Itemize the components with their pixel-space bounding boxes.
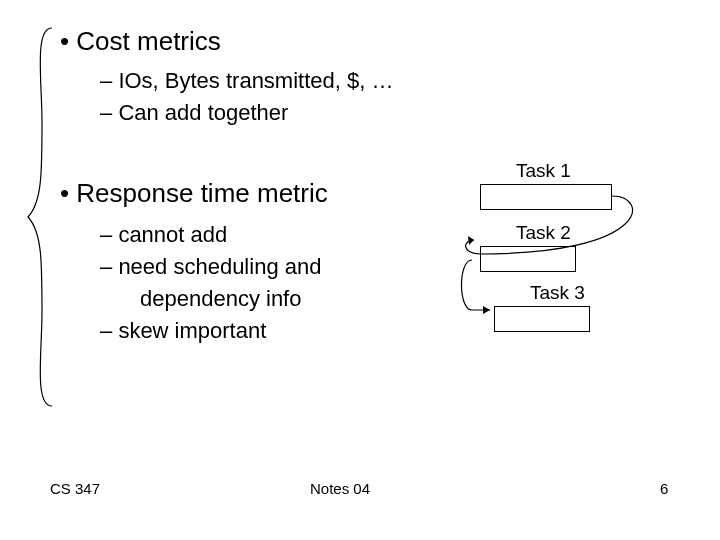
sub-resp-2: – need scheduling and (100, 254, 321, 280)
sub-resp-3: – skew important (100, 318, 266, 344)
bullet-cost-text: Cost metrics (76, 26, 220, 56)
brace-glyph (20, 22, 60, 412)
slide: • Cost metrics – IOs, Bytes transmitted,… (0, 0, 720, 540)
task1-label: Task 1 (516, 160, 571, 182)
bullet-resp: • Response time metric (60, 178, 328, 209)
sub-resp-2-text: need scheduling and (118, 254, 321, 279)
dash-glyph: – (100, 68, 112, 93)
sub-resp-1: – cannot add (100, 222, 227, 248)
bullet-glyph: • (60, 26, 69, 56)
footer-right: 6 (660, 480, 668, 497)
bullet-resp-text: Response time metric (76, 178, 327, 208)
sub-resp-2b-text: dependency info (140, 286, 301, 311)
sub-cost-1: – IOs, Bytes transmitted, $, … (100, 68, 393, 94)
task3-label: Task 3 (530, 282, 585, 304)
bullet-cost: • Cost metrics (60, 26, 221, 57)
sub-resp-1-text: cannot add (118, 222, 227, 247)
sub-cost-2-text: Can add together (118, 100, 288, 125)
dash-glyph: – (100, 222, 112, 247)
footer-left: CS 347 (50, 480, 100, 497)
sub-resp-2b: dependency info (140, 286, 301, 312)
sub-cost-1-text: IOs, Bytes transmitted, $, … (118, 68, 393, 93)
sub-resp-3-text: skew important (118, 318, 266, 343)
bullet-glyph: • (60, 178, 69, 208)
dash-glyph: – (100, 318, 112, 343)
dash-glyph: – (100, 254, 112, 279)
dash-glyph: – (100, 100, 112, 125)
arrow-t2-t3 (454, 246, 534, 336)
sub-cost-2: – Can add together (100, 100, 288, 126)
footer-center: Notes 04 (310, 480, 370, 497)
